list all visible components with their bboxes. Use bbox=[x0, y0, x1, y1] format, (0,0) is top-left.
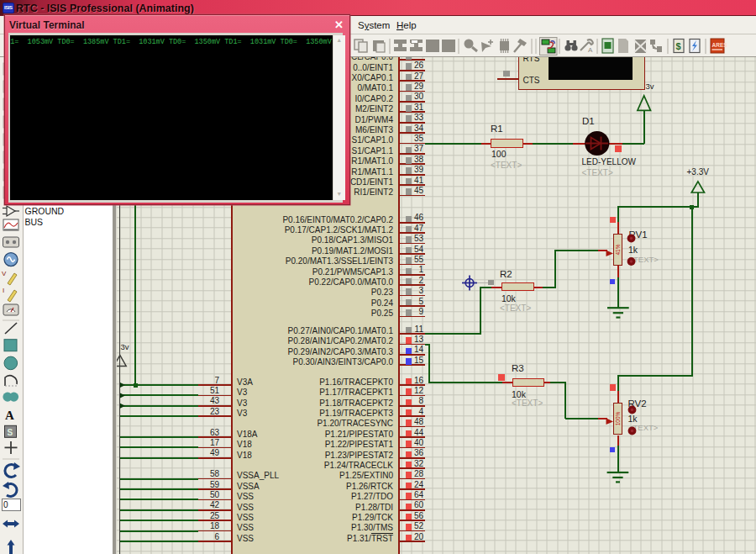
svg-text:A: A bbox=[588, 46, 593, 54]
svg-text:S: S bbox=[8, 428, 13, 437]
svg-text:$: $ bbox=[676, 41, 681, 51]
svg-text:A: A bbox=[5, 409, 14, 422]
svg-text:I: I bbox=[3, 287, 4, 294]
svg-text:V: V bbox=[2, 270, 7, 277]
svg-text:ARES: ARES bbox=[712, 42, 728, 48]
